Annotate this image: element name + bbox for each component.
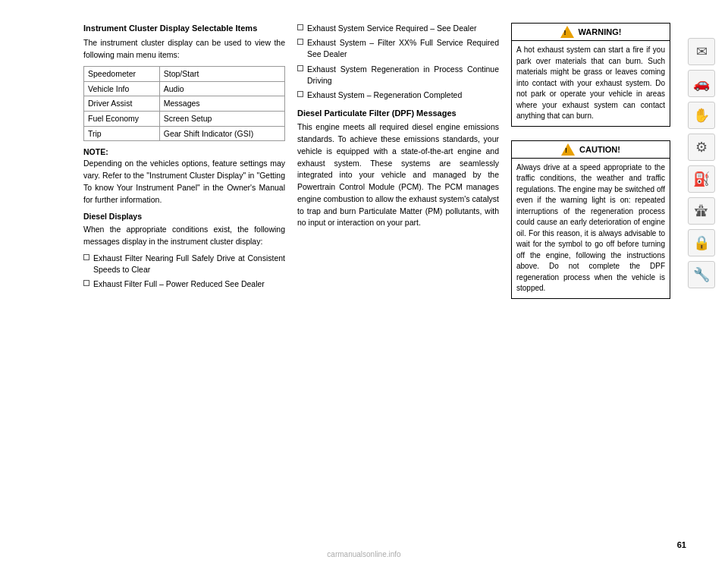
bullet-text: Exhaust Filter Nearing Full Safely Drive… xyxy=(93,253,285,275)
table-cell: Trip xyxy=(84,126,160,141)
gauge-icon: ⛽ xyxy=(688,165,715,193)
bullet-box-icon xyxy=(83,280,89,286)
dpf-text: This engine meets all required diesel en… xyxy=(297,121,499,229)
caution-box: CAUTION! Always drive at a speed appropr… xyxy=(511,140,670,299)
table-cell: Screen Setup xyxy=(159,111,284,126)
diesel-displays-text: When the appropriate conditions exist, t… xyxy=(83,224,285,248)
bullet-box-icon xyxy=(297,65,303,71)
left-margin xyxy=(0,15,83,548)
warning-box: WARNING! A hot exhaust system can start … xyxy=(511,23,670,127)
table-cell: Driver Assist xyxy=(84,96,160,112)
right-sidebar: ✉ 🚗 ✋ ⚙ ⛽ 🛣 🔒 🔧 xyxy=(682,23,720,540)
caution-header: CAUTION! xyxy=(512,141,670,159)
left-column: Instrument Cluster Display Selectable It… xyxy=(83,23,285,540)
left-bullet-list: Exhaust Filter Nearing Full Safely Drive… xyxy=(83,253,285,291)
caution-triangle-icon xyxy=(561,143,575,156)
bullet-text: Exhaust Filter Full – Power Reduced See … xyxy=(93,278,265,290)
table-cell: Stop/Start xyxy=(159,66,284,81)
table-cell: Fuel Economy xyxy=(84,111,160,126)
table-cell: Speedometer xyxy=(84,66,160,81)
warning-title: WARNING! xyxy=(579,27,622,36)
mid-column: Exhaust System Service Required – See De… xyxy=(297,23,499,540)
envelope-icon: ✉ xyxy=(688,38,715,65)
warning-header: WARNING! xyxy=(512,24,670,41)
cluster-table: SpeedometerStop/StartVehicle InfoAudioDr… xyxy=(83,66,285,141)
table-cell: Gear Shift Indicator (GSI) xyxy=(159,126,284,141)
list-item: Exhaust System – Filter XX% Full Service… xyxy=(297,37,499,60)
bullet-box-icon xyxy=(297,24,303,30)
list-item: Exhaust System Service Required – See De… xyxy=(297,23,499,34)
hand-icon: ✋ xyxy=(688,102,715,129)
note-text: Depending on the vehicles options, featu… xyxy=(83,158,285,206)
car-icon: 🚗 xyxy=(688,70,715,97)
tools-icon: 🔧 xyxy=(688,261,715,288)
list-item: Exhaust System Regeneration in Process C… xyxy=(297,64,499,86)
bullet-box-icon xyxy=(83,254,89,260)
watermark: carmanualsonline.info xyxy=(327,550,400,558)
list-item: Exhaust Filter Full – Power Reduced See … xyxy=(83,278,285,290)
bullet-text: Exhaust System Regeneration in Process C… xyxy=(307,64,499,86)
road-icon: 🛣 xyxy=(688,197,715,225)
settings-icon: ⚙ xyxy=(688,134,715,161)
bullet-box-icon xyxy=(297,39,303,45)
section-title: Instrument Cluster Display Selectable It… xyxy=(83,23,285,34)
bullet-text: Exhaust System Service Required – See De… xyxy=(307,23,477,34)
caution-title: CAUTION! xyxy=(579,145,620,154)
page-number: 61 xyxy=(677,540,686,549)
intro-text: The instrument cluster display can be us… xyxy=(83,37,285,61)
bullet-text: Exhaust System – Regeneration Completed xyxy=(307,90,462,101)
warning-triangle-icon xyxy=(560,26,574,38)
dpf-title: Diesel Particulate Filter (DPF) Messages xyxy=(297,109,499,118)
list-item: Exhaust System – Regeneration Completed xyxy=(297,90,499,101)
table-cell: Messages xyxy=(159,96,284,112)
right-column: WARNING! A hot exhaust system can start … xyxy=(511,23,670,540)
table-cell: Vehicle Info xyxy=(84,81,160,96)
diesel-displays-title: Diesel Displays xyxy=(83,212,285,221)
warning-body: A hot exhaust system can start a fire if… xyxy=(512,41,670,126)
bullet-box-icon xyxy=(297,91,303,97)
note-label: NOTE: xyxy=(83,147,285,156)
table-cell: Audio xyxy=(159,81,284,96)
list-item: Exhaust Filter Nearing Full Safely Drive… xyxy=(83,253,285,275)
lock-icon: 🔒 xyxy=(688,229,715,256)
bullet-text: Exhaust System – Filter XX% Full Service… xyxy=(307,37,499,60)
mid-bullet-list: Exhaust System Service Required – See De… xyxy=(297,23,499,101)
caution-body: Always drive at a speed appropriate to t… xyxy=(512,159,670,298)
